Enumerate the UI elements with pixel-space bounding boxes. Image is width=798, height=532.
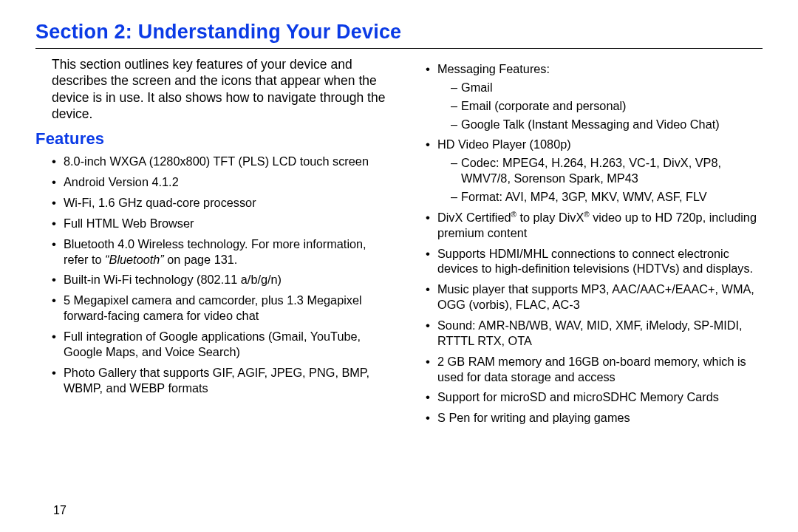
hdvideo-sublist: Codec: MPEG4, H.264, H.263, VC-1, DivX, … xyxy=(437,155,763,205)
feature-item: Full integration of Google applications … xyxy=(52,329,389,360)
feature-item: 8.0-inch WXGA (1280x800) TFT (PLS) LCD t… xyxy=(52,154,389,169)
text-fragment: Messaging Features: xyxy=(437,62,550,75)
two-column-layout: This section outlines key features of yo… xyxy=(35,56,763,431)
section-title: Section 2: Understanding Your Device xyxy=(35,21,763,44)
column-left: This section outlines key features of yo… xyxy=(35,56,389,431)
feature-item: S Pen for writing and playing games xyxy=(426,410,763,426)
text-fragment: HD Video Player (1080p) xyxy=(437,137,571,151)
page-number: 17 xyxy=(53,504,66,517)
sub-item: Google Talk (Instant Messaging and Video… xyxy=(451,117,763,132)
text-fragment: Bluetooth xyxy=(64,237,117,250)
feature-item: Full HTML Web Browser xyxy=(52,216,389,231)
cross-reference-link[interactable]: “Bluetooth” xyxy=(105,253,164,266)
sub-item: Gmail xyxy=(451,80,763,95)
feature-item: Sound: AMR-NB/WB, WAV, MID, XMF, iMelody… xyxy=(426,318,763,349)
feature-item-divx: DivX Certified® to play DivX® video up t… xyxy=(426,210,763,241)
features-heading: Features xyxy=(35,129,389,149)
feature-item: 2 GB RAM memory and 16GB on-board memory… xyxy=(426,354,763,385)
feature-item: Support for microSD and microSDHC Memory… xyxy=(426,389,763,405)
messaging-sublist: Gmail Email (corporate and personal) Goo… xyxy=(437,80,763,132)
text-fragment: on page 131. xyxy=(164,253,238,266)
column-right: Messaging Features: Gmail Email (corpora… xyxy=(409,56,763,431)
manual-page: Section 2: Understanding Your Device Thi… xyxy=(0,0,798,532)
horizontal-rule xyxy=(35,48,763,49)
text-fragment: DivX Certified xyxy=(437,211,511,224)
feature-item: Photo Gallery that supports GIF, AGIF, J… xyxy=(52,365,389,396)
feature-item: 5 Megapixel camera and camcorder, plus 1… xyxy=(52,293,389,324)
feature-item: Built-in Wi-Fi technology (802.11 a/b/g/… xyxy=(52,272,389,287)
feature-item-hdvideo: HD Video Player (1080p) Codec: MPEG4, H.… xyxy=(426,137,763,204)
feature-item: Supports HDMI/MHL connections to connect… xyxy=(426,246,763,277)
feature-item: Wi-Fi, 1.6 GHz quad-core processor xyxy=(52,195,389,211)
sub-item: Format: AVI, MP4, 3GP, MKV, WMV, ASF, FL… xyxy=(451,189,763,205)
sub-item: Email (corporate and personal) xyxy=(451,98,763,114)
features-list-right: Messaging Features: Gmail Email (corpora… xyxy=(409,61,763,426)
feature-item-messaging: Messaging Features: Gmail Email (corpora… xyxy=(426,61,763,132)
registered-mark-icon: ® xyxy=(511,210,516,218)
feature-item-bluetooth: Bluetooth 4.0 Wireless technology. For m… xyxy=(52,236,389,267)
registered-mark-icon: ® xyxy=(584,210,589,218)
intro-paragraph: This section outlines key features of yo… xyxy=(52,56,389,123)
feature-item: Music player that supports MP3, AAC/AAC+… xyxy=(426,282,763,313)
features-list-left: 8.0-inch WXGA (1280x800) TFT (PLS) LCD t… xyxy=(35,154,389,395)
bluetooth-version: 4.0 xyxy=(117,237,134,250)
feature-item: Android Version 4.1.2 xyxy=(52,174,389,190)
sub-item: Codec: MPEG4, H.264, H.263, VC-1, DivX, … xyxy=(451,155,763,186)
text-fragment: to play DivX xyxy=(516,211,584,224)
